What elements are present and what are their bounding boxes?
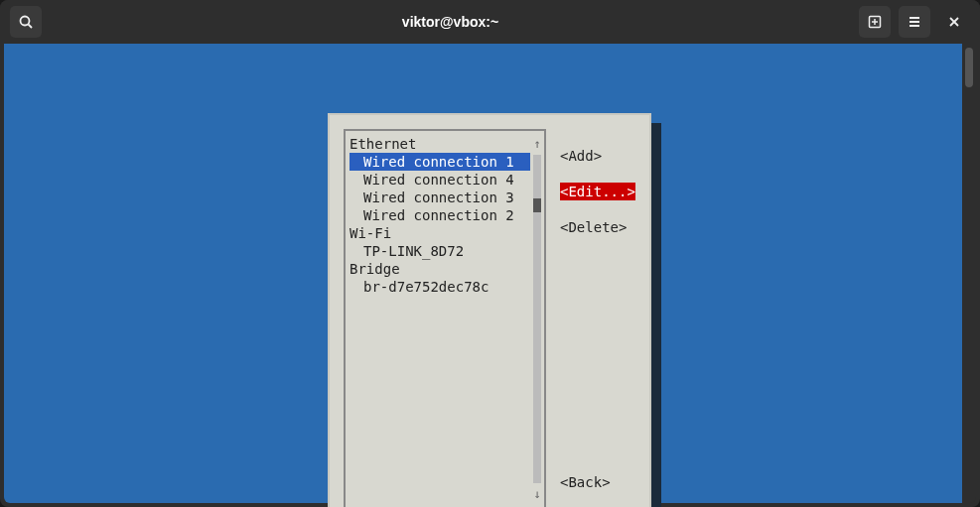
nmtui-dialog: EthernetWired connection 1Wired connecti… (328, 113, 651, 507)
connection-group-label: Ethernet (350, 135, 530, 153)
scrollbar-track[interactable] (533, 155, 541, 483)
add-button[interactable]: <Add> (560, 147, 602, 165)
scroll-down-icon[interactable]: ↓ (533, 485, 540, 503)
connection-list-panel: EthernetWired connection 1Wired connecti… (344, 129, 546, 507)
connection-item[interactable]: Wired connection 1 (350, 153, 530, 171)
new-tab-button[interactable] (859, 6, 891, 38)
connection-group-label: Bridge (350, 260, 530, 278)
connection-item[interactable]: TP-LINK_8D72 (350, 242, 530, 260)
edit-button[interactable]: <Edit...> (560, 183, 635, 200)
scrollbar-thumb[interactable] (533, 198, 541, 212)
connection-item[interactable]: br-d7e752dec78c (350, 278, 530, 296)
connection-item[interactable]: Wired connection 4 (350, 171, 530, 189)
title-bar: viktor@vbox:~ (0, 0, 980, 44)
back-button[interactable]: <Back> (560, 473, 611, 491)
new-tab-icon (867, 14, 883, 30)
connection-group-label: Wi-Fi (350, 224, 530, 242)
terminal-window: viktor@vbox:~ (0, 0, 980, 507)
close-button[interactable] (938, 6, 970, 38)
svg-point-0 (21, 17, 30, 26)
close-icon (947, 15, 961, 29)
connection-list[interactable]: EthernetWired connection 1Wired connecti… (350, 135, 530, 503)
hamburger-icon (907, 14, 922, 30)
list-scrollbar[interactable]: ↑ ↓ (530, 135, 544, 503)
search-icon (18, 14, 34, 30)
scroll-up-icon[interactable]: ↑ (533, 135, 540, 153)
action-buttons: <Add> <Edit...> <Delete> <Back> (560, 129, 635, 507)
delete-button[interactable]: <Delete> (560, 218, 627, 236)
search-button[interactable] (10, 6, 42, 38)
svg-line-1 (29, 25, 33, 29)
connection-item[interactable]: Wired connection 2 (350, 206, 530, 224)
terminal-viewport[interactable]: EthernetWired connection 1Wired connecti… (4, 44, 976, 503)
window-title: viktor@vbox:~ (42, 14, 859, 30)
menu-button[interactable] (899, 6, 930, 38)
connection-item[interactable]: Wired connection 3 (350, 189, 530, 206)
